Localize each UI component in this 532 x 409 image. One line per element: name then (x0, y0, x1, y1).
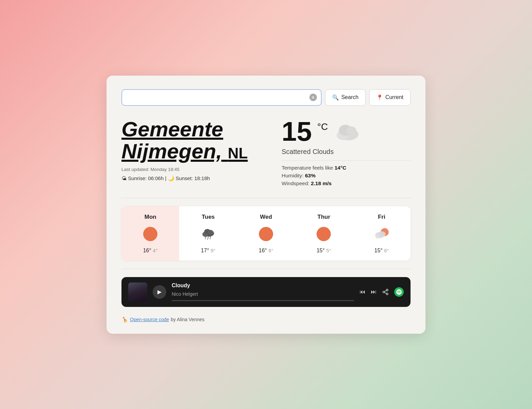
forecast-temps-1: 17° 9° (201, 248, 215, 254)
search-icon: 🔍 (332, 94, 339, 101)
forecast-day-wed: Wed 16° 6° (237, 206, 295, 260)
svg-point-7 (208, 230, 213, 235)
weather-description: Scattered Clouds (282, 148, 334, 156)
humidity-label: Humidity: (282, 173, 305, 178)
search-input[interactable]: Nijmegen (126, 90, 309, 105)
forecast-low-0: 4° (153, 248, 157, 253)
forecast-day-thur: Thur 15° 5° (295, 206, 353, 260)
clear-button[interactable]: ✕ (309, 94, 317, 101)
progress-bar-wrap[interactable] (172, 300, 354, 301)
sunset-text: Sunset: 18:18h (176, 175, 210, 181)
forecast-high-0: 16° (143, 248, 151, 253)
forecast-low-2: 6° (268, 248, 273, 253)
temp-row: 15 °C (282, 118, 360, 145)
footer: 🦒 Open-source code by Alina Vennes (121, 316, 411, 323)
forecast-temps-0: 16° 4° (143, 248, 158, 254)
temperature: 15 (282, 118, 312, 145)
forecast-temps-2: 16° 6° (259, 248, 273, 254)
temp-unit: °C (317, 121, 328, 132)
svg-line-18 (384, 292, 386, 293)
city-full-name: Gemeente Nijmegen, NL (121, 118, 282, 162)
forecast-icon-2 (258, 226, 274, 242)
music-info: Cloudy Nico Helgert (172, 283, 354, 301)
forecast-row: Mon 16° 4° Tues (121, 206, 411, 260)
forecast-day-tues: Tues 17° 9° (179, 206, 237, 260)
forecast-day-mon: Mon 16° 4° (121, 206, 179, 260)
forecast-high-4: 15° (374, 248, 382, 253)
forecast-high-1: 17° (201, 248, 209, 253)
forecast-high-3: 15° (317, 248, 325, 253)
open-source-link[interactable]: Open-source code (130, 317, 169, 322)
track-artist: Nico Helgert (172, 291, 354, 297)
play-button[interactable]: ▶ (153, 285, 166, 299)
forecast-icon-0 (142, 226, 158, 242)
album-art (128, 283, 147, 301)
current-button-label: Current (385, 94, 403, 100)
feels-like-label: Temperature feels like (282, 165, 335, 171)
windspeed-value: 2.18 m/s (311, 180, 331, 186)
windspeed-label: Windspeed: (282, 180, 311, 186)
search-input-wrap: Nijmegen ✕ (121, 89, 322, 106)
sun-info: 🌤 Sunrise: 06:06h | 🌙 Sunset: 18:18h (121, 175, 282, 181)
sunrise-emoji: 🌤 (121, 175, 127, 181)
country-code: NL (228, 145, 248, 161)
prev-button[interactable]: ⏮ (360, 289, 365, 295)
search-button[interactable]: 🔍 Search (325, 89, 366, 106)
weather-main: Gemeente Nijmegen, NL Last updated: Mond… (121, 118, 411, 198)
forecast-icon-1 (200, 226, 216, 242)
forecast-temps-3: 15° 5° (317, 248, 331, 254)
feels-like: Temperature feels like 14°C (282, 165, 346, 171)
windspeed: Windspeed: 2.18 m/s (282, 180, 331, 187)
forecast-section: Mon 16° 4° Tues (121, 206, 411, 269)
main-card: Nijmegen ✕ 🔍 Search 📍 Current Gemeente N… (107, 76, 425, 334)
spotify-logo (394, 287, 404, 297)
search-row: Nijmegen ✕ 🔍 Search 📍 Current (121, 89, 411, 106)
play-icon: ▶ (157, 289, 162, 295)
track-title: Cloudy (172, 283, 354, 289)
search-button-label: Search (341, 94, 359, 100)
forecast-temps-4: 15° 6° (374, 248, 389, 254)
pin-icon: 📍 (376, 94, 383, 101)
forecast-high-2: 16° (259, 248, 267, 253)
humidity-value: 63% (305, 173, 316, 178)
music-controls: ⏮ ⏭ (360, 289, 389, 295)
humidity: Humidity: 63% (282, 173, 316, 179)
music-player: ▶ Cloudy Nico Helgert ⏮ ⏭ (121, 277, 411, 307)
forecast-day-label-1: Tues (202, 214, 214, 220)
svg-line-19 (384, 290, 386, 291)
progress-bar-bg[interactable] (172, 300, 354, 301)
weather-current: 15 °C Scattered Clouds Temperature feels… (282, 118, 411, 188)
forecast-day-label-3: Thur (318, 214, 330, 220)
city-name: Nijmegen, (121, 139, 222, 163)
forecast-icon-3 (316, 226, 332, 242)
sunset-emoji: 🌙 (168, 175, 174, 181)
forecast-low-3: 5° (326, 248, 331, 253)
forecast-low-1: 9° (211, 248, 215, 253)
footer-suffix: by Alina Vennes (171, 317, 205, 322)
sun-divider: | (165, 175, 168, 181)
feels-like-value: 14°C (335, 165, 346, 171)
next-button[interactable]: ⏭ (371, 289, 377, 295)
weather-divider (282, 160, 411, 161)
city-line: Nijmegen, NL (121, 140, 282, 162)
forecast-day-label-0: Mon (145, 214, 156, 220)
footer-emoji: 🦒 (121, 316, 128, 323)
svg-line-8 (205, 236, 206, 239)
current-location-button[interactable]: 📍 Current (369, 89, 411, 106)
last-updated: Last updated: Monday 18:45 (121, 167, 282, 172)
svg-point-14 (379, 231, 386, 237)
svg-line-10 (210, 236, 211, 239)
forecast-icon-4 (374, 226, 390, 242)
sunrise-text: Sunrise: 06:06h (128, 175, 164, 181)
svg-line-9 (208, 237, 208, 239)
share-button[interactable] (382, 289, 389, 295)
svg-point-3 (347, 126, 357, 135)
forecast-low-4: 6° (384, 248, 389, 253)
gemeente-label: Gemeente (121, 118, 282, 140)
forecast-day-fri: Fri 15° 6° (353, 206, 411, 260)
forecast-day-label-4: Fri (378, 214, 385, 220)
cloud-icon (333, 121, 360, 143)
forecast-day-label-2: Wed (260, 214, 272, 220)
location-info: Gemeente Nijmegen, NL Last updated: Mond… (121, 118, 282, 181)
